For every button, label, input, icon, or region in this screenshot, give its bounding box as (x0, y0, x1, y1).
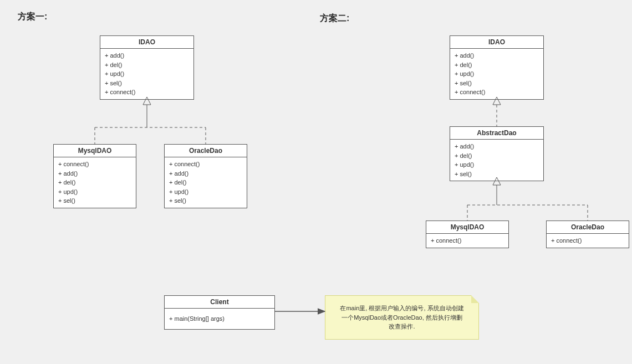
method: + sel() (58, 196, 131, 206)
class-body: + connect() (426, 234, 508, 248)
class-body: + add() + del() + upd() + sel() + connec… (100, 49, 193, 99)
method: + add() (455, 51, 539, 60)
class-title: OracleDao (165, 145, 247, 157)
method: + upd() (58, 187, 131, 197)
method: + del() (455, 151, 539, 161)
class-title: IDAO (450, 36, 543, 49)
method: + add() (455, 142, 539, 151)
class-title: MysqlDAO (426, 221, 508, 234)
note-line: 改查操作. (334, 322, 470, 331)
heading-plan2: 方案二: (320, 13, 349, 24)
method: + upd() (169, 187, 242, 197)
class-body: + add() + del() + upd() + sel() (450, 140, 543, 181)
method: + sel() (455, 79, 539, 88)
method: + del() (105, 60, 189, 70)
method: + sel() (455, 170, 539, 179)
class-body: + connect() + add() + del() + upd() + se… (165, 157, 247, 208)
class-title: OracleDao (547, 221, 629, 234)
class-title: MysqlDAO (54, 145, 136, 157)
method: + add() (58, 169, 131, 178)
class-body: + main(String[] args) (165, 309, 274, 329)
class-plan1-mysql: MysqlDAO + connect() + add() + del() + u… (53, 144, 136, 208)
note: 在main里, 根据用户输入的编号, 系统自动创建 一个MysqlDao或者Or… (325, 295, 479, 340)
method: + main(String[] args) (169, 314, 270, 324)
method: + del() (169, 178, 242, 187)
note-line: 在main里, 根据用户输入的编号, 系统自动创建 (334, 304, 470, 313)
class-title: IDAO (100, 36, 193, 49)
method: + del() (455, 60, 539, 70)
method: + sel() (105, 79, 189, 88)
heading-plan1: 方案一: (18, 11, 47, 23)
class-title: AbstractDao (450, 127, 543, 140)
method: + del() (58, 178, 131, 187)
class-title: Client (165, 296, 274, 309)
method: + connect() (58, 160, 131, 169)
method: + upd() (455, 69, 539, 79)
class-plan2-idao: IDAO + add() + del() + upd() + sel() + c… (450, 35, 544, 100)
method: + connect() (455, 88, 539, 97)
class-body: + connect() + add() + del() + upd() + se… (54, 157, 136, 208)
class-plan2-abstract: AbstractDao + add() + del() + upd() + se… (450, 126, 544, 181)
method: + connect() (169, 160, 242, 169)
class-plan1-idao: IDAO + add() + del() + upd() + sel() + c… (100, 35, 194, 100)
class-plan2-oracle: OracleDao + connect() (546, 221, 629, 248)
method: + add() (169, 169, 242, 178)
class-plan1-oracle: OracleDao + connect() + add() + del() + … (164, 144, 247, 208)
method: + connect() (431, 236, 504, 245)
note-line: 一个MysqlDao或者OracleDao, 然后执行增删 (334, 313, 470, 322)
class-body: + connect() (547, 234, 629, 248)
class-body: + add() + del() + upd() + sel() + connec… (450, 49, 543, 99)
method: + upd() (105, 69, 189, 79)
class-client: Client + main(String[] args) (164, 295, 275, 330)
class-plan2-mysql: MysqlDAO + connect() (426, 221, 509, 248)
method: + sel() (169, 196, 242, 206)
method: + add() (105, 51, 189, 60)
method: + connect() (551, 236, 624, 245)
method: + connect() (105, 88, 189, 97)
note-fold-icon (471, 295, 479, 303)
method: + upd() (455, 160, 539, 170)
